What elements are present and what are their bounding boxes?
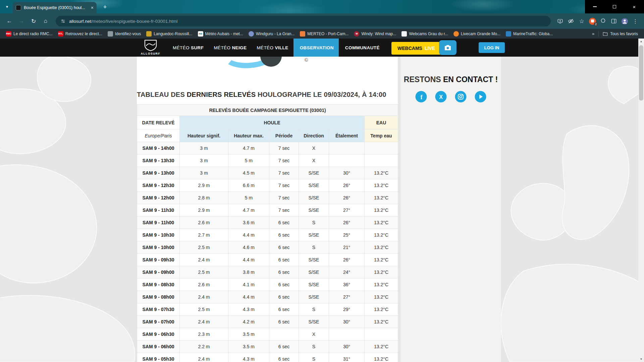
bookmark-item[interactable]: Webcams Grau du r...: [399, 30, 451, 38]
bookmark-favicon: [506, 31, 511, 37]
bookmarks-overflow-icon[interactable]: »: [592, 31, 594, 36]
youtube-icon[interactable]: [474, 90, 487, 103]
row-value: 7 sec: [269, 204, 299, 217]
browser-window: ▾ Bouée Espiguette (03001) houl... × + ×…: [0, 0, 644, 362]
tab-search-button[interactable]: ▾: [3, 2, 11, 11]
bookmark-favicon: [108, 31, 113, 37]
bookmark-favicon: [249, 31, 254, 37]
adblock-extension-button[interactable]: 2: [587, 16, 598, 26]
home-button[interactable]: ⌂: [41, 16, 51, 26]
side-panel-button[interactable]: [608, 16, 619, 26]
webcam-camera-button[interactable]: [439, 40, 457, 55]
tab-favicon-icon: [16, 5, 21, 10]
nav-item-surf[interactable]: MÉTÉO SURF: [168, 39, 209, 57]
maximize-icon: [613, 5, 616, 8]
row-value: 13.2°C: [365, 279, 398, 291]
webcams-live-button[interactable]: WEBCAMS LIVE: [391, 42, 441, 55]
page-content: © TABLEAU DES DERNIERS RELEVÉS HOULOGRAP…: [0, 57, 644, 362]
table-row: SAM 9 - 14h003 m4.7 m7 secX: [137, 142, 398, 155]
row-value: 30°: [329, 316, 365, 328]
new-tab-button[interactable]: +: [101, 3, 109, 11]
row-value: 2.4 m: [180, 316, 228, 328]
bookmark-item[interactable]: Languedoc-Roussill...: [144, 30, 195, 38]
bookmark-item[interactable]: mbMétéo Aubais - met...: [195, 30, 246, 38]
address-bar[interactable]: allosurf.net/meteo/live/espiguette-bouee…: [56, 16, 551, 26]
preview-toggle-button[interactable]: [566, 16, 576, 26]
row-value: 4.4 m: [228, 229, 269, 241]
row-value: 6 sec: [269, 303, 299, 316]
bookmark-page-button[interactable]: ☆: [576, 16, 587, 26]
profile-button[interactable]: [619, 16, 630, 26]
row-value: 6 sec: [269, 316, 299, 328]
bookmark-item[interactable]: RMCLe direct radio RMC...: [3, 30, 55, 38]
bookmark-item[interactable]: WWindy: Wind map...: [351, 30, 399, 38]
bookmark-item[interactable]: MERTEO - Port-Cam...: [297, 30, 351, 38]
extensions-puzzle-icon: [600, 18, 606, 24]
browser-toolbar: ← → ↻ ⌂ allosurf.net/meteo/live/espiguet…: [0, 13, 644, 29]
minimize-button[interactable]: [585, 0, 605, 13]
row-value: 6 sec: [269, 341, 299, 353]
bookmark-item[interactable]: MarineTraffic: Globa...: [503, 30, 555, 38]
row-date: SAM 9 - 10h00: [137, 241, 180, 254]
nav-item-observation[interactable]: OBSERVATION: [293, 39, 339, 57]
scroll-up-icon[interactable]: ▲: [638, 39, 644, 44]
webcams-label: WEBCAMS: [397, 46, 422, 51]
login-button[interactable]: LOG IN: [479, 42, 505, 53]
row-value: X: [299, 155, 329, 167]
site-settings-icon: [60, 18, 66, 24]
bookmark-item[interactable]: Livecam Grande Mo...: [451, 30, 503, 38]
row-value: X: [299, 328, 329, 341]
column-group-header: EAU: [365, 116, 398, 129]
row-value: 3.5 m: [228, 328, 269, 341]
row-value: S: [299, 353, 329, 362]
row-value: 7 sec: [269, 155, 299, 167]
table-row: SAM 9 - 10h302.7 m4.4 m6 secS/SE25°13.2°…: [137, 229, 398, 241]
site-header: ALLOSURF MÉTÉO SURFMÉTÉO NEIGEMÉTÉO VILL…: [0, 39, 644, 57]
back-button[interactable]: ←: [4, 16, 14, 26]
row-date: SAM 9 - 08h30: [137, 279, 180, 291]
x-twitter-icon[interactable]: X: [435, 90, 447, 103]
send-to-device-button[interactable]: [555, 16, 566, 26]
row-value: 24°: [329, 266, 365, 279]
forward-button[interactable]: →: [16, 16, 26, 26]
row-value: S: [299, 303, 329, 316]
maximize-button[interactable]: [605, 0, 625, 13]
page-scrollbar[interactable]: ▲ ▼: [638, 39, 644, 362]
nav-item-neige[interactable]: MÉTÉO NEIGE: [209, 39, 252, 57]
bookmark-favicon: mb: [198, 31, 203, 37]
row-date: SAM 9 - 13h30: [137, 155, 180, 167]
bookmark-item[interactable]: Identifiez-vous: [105, 30, 144, 38]
tab-close-button[interactable]: ×: [91, 5, 94, 10]
browser-menu-button[interactable]: ⋮: [630, 16, 641, 26]
row-value: 4.7 m: [228, 142, 269, 155]
bookmarks-bar: RMCLe direct radio RMC...RTLRetrouvez le…: [0, 29, 644, 39]
column-header: Direction: [299, 129, 329, 142]
scrollbar-thumb[interactable]: [639, 45, 643, 101]
row-value: X: [299, 142, 329, 155]
column-group-header: HOULE: [180, 116, 365, 129]
bookmark-item[interactable]: RTLRetrouvez le direct...: [55, 30, 105, 38]
row-value: S: [299, 341, 329, 353]
facebook-icon[interactable]: f: [415, 90, 427, 103]
close-button[interactable]: ×: [624, 0, 644, 13]
scroll-down-icon[interactable]: ▼: [638, 356, 644, 362]
row-value: 6 sec: [269, 217, 299, 229]
all-bookmarks-button[interactable]: Tous les favoris: [603, 32, 638, 36]
row-value: 13.2°C: [365, 353, 398, 362]
row-value: S/SE: [299, 192, 329, 204]
row-value: 3.6 m: [228, 217, 269, 229]
bookmark-favicon: RTL: [58, 31, 63, 37]
nav-item-communaut-[interactable]: COMMUNAUTÉ: [339, 39, 385, 57]
folder-icon: [603, 32, 608, 36]
reload-button[interactable]: ↻: [29, 16, 39, 26]
nav-item-ville[interactable]: MÉTÉO VILLE: [252, 39, 293, 57]
row-value: 4.3 m: [228, 353, 269, 362]
browser-tab[interactable]: Bouée Espiguette (03001) houl... ×: [13, 2, 97, 13]
extensions-button[interactable]: [598, 16, 608, 26]
bookmark-item[interactable]: Windguru - La Gran...: [246, 30, 297, 38]
instagram-icon[interactable]: [454, 90, 467, 103]
row-value: 3.8 m: [228, 266, 269, 279]
tab-title: Bouée Espiguette (03001) houl...: [24, 5, 88, 10]
bookmarks-divider: [598, 31, 599, 37]
allosurf-logo[interactable]: ALLOSURF: [140, 40, 161, 55]
